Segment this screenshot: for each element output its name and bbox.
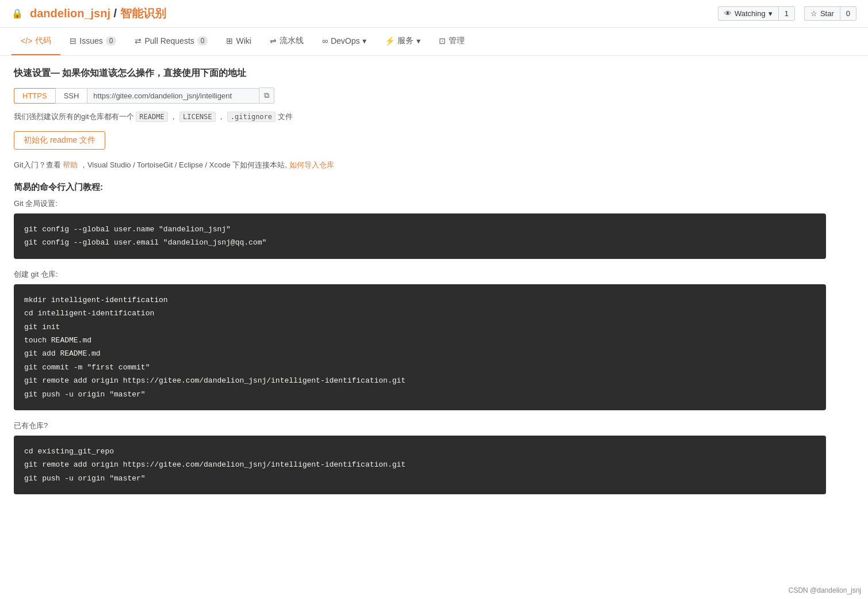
license-code: LICENSE [179,112,216,122]
tab-pipeline[interactable]: ⇌ 流水线 [261,28,313,55]
watch-count[interactable]: 1 [778,6,795,21]
quick-setup-title: 快速设置— 如果你知道该怎么操作，直接使用下面的地址 [14,67,826,79]
help-link[interactable]: 帮助 [63,161,78,169]
code-icon: </> [21,36,32,45]
watch-label: Watching [735,9,766,18]
tab-pr-label: Pull Requests [144,36,194,45]
git-help: Git入门？查看 帮助 ，Visual Studio / TortoiseGit… [14,160,826,170]
recommend-suffix: 文件 [278,112,293,121]
issues-badge: 0 [106,36,117,45]
repo-name-link[interactable]: 智能识别 [120,7,166,20]
comma2: ， [217,112,225,121]
main-content: 快速设置— 如果你知道该怎么操作，直接使用下面的地址 HTTPS SSH ⧉ 我… [0,56,840,516]
tab-services[interactable]: ⚡ 服务 ▾ [376,28,430,55]
tab-code-label: 代码 [35,36,51,46]
manage-icon: ⊡ [439,36,446,45]
git-help-prefix: Git入门？查看 [14,161,61,169]
star-group: ☆ Star 0 [800,6,856,21]
import-link[interactable]: 如何导入仓库 [289,161,334,169]
https-button[interactable]: HTTPS [14,88,55,104]
gitignore-code: .gitignore [227,112,276,122]
create-repo-code: mkdir intelligent-identification cd inte… [14,284,826,410]
existing-repo-title: 已有仓库? [14,421,826,431]
header: 🔒 dandelion_jsnj / 智能识别 👁 Watching ▾ 1 ☆… [0,0,868,28]
star-icon: ☆ [810,9,817,18]
tab-manage-label: 管理 [449,36,465,46]
separator: / [114,7,117,20]
tab-issues[interactable]: ⊟ Issues 0 [60,28,125,55]
copy-button[interactable]: ⧉ [259,87,274,104]
existing-repo-code: cd existing_git_repo git remote add orig… [14,436,826,494]
services-icon: ⚡ [385,36,395,45]
star-count[interactable]: 0 [840,6,856,21]
copy-icon: ⧉ [264,91,269,100]
star-label: Star [820,9,834,18]
tab-code[interactable]: </> 代码 [12,28,60,55]
create-repo-title: 创建 git 仓库: [14,269,826,280]
caret-icon: ▾ [768,9,773,18]
url-input[interactable] [87,88,259,104]
star-button[interactable]: ☆ Star [804,6,840,21]
init-readme-button[interactable]: 初始化 readme 文件 [14,131,105,150]
tab-devops[interactable]: ∞ DevOps ▾ [313,28,376,55]
owner-link[interactable]: dandelion_jsnj [30,7,110,20]
pr-icon: ⇄ [135,36,142,45]
watch-button[interactable]: 👁 Watching ▾ [718,6,778,21]
issues-icon: ⊟ [70,36,77,45]
devops-icon: ∞ [322,36,328,45]
git-help-links: ，Visual Studio / TortoiseGit / Eclipse /… [80,161,287,169]
tab-wiki[interactable]: ⊞ Wiki [217,28,260,55]
eye-icon: 👁 [724,9,732,18]
git-global-title: Git 全局设置: [14,199,826,209]
recommend-prefix: 我们强烈建议所有的git仓库都有一个 [14,112,134,121]
nav-tabs: </> 代码 ⊟ Issues 0 ⇄ Pull Requests 0 ⊞ Wi… [0,28,868,56]
tab-manage[interactable]: ⊡ 管理 [430,28,474,55]
tab-issues-label: Issues [79,36,102,45]
repo-title: dandelion_jsnj / 智能识别 [30,6,166,21]
services-caret: ▾ [416,36,420,45]
header-left: 🔒 dandelion_jsnj / 智能识别 [12,6,166,21]
pipeline-icon: ⇌ [270,36,277,45]
tab-pipeline-label: 流水线 [280,36,304,46]
tab-devops-label: DevOps [331,36,360,45]
tab-wiki-label: Wiki [236,36,251,45]
wiki-icon: ⊞ [226,36,233,45]
readme-code: README [136,112,167,122]
tab-pull-requests[interactable]: ⇄ Pull Requests 0 [125,28,217,55]
comma1: ， [170,112,177,121]
recommend-text: 我们强烈建议所有的git仓库都有一个 README ， LICENSE ， .g… [14,112,826,122]
pr-badge: 0 [197,36,208,45]
ssh-button[interactable]: SSH [55,88,87,104]
cmd-title: 简易的命令行入门教程: [14,182,826,193]
header-right: 👁 Watching ▾ 1 ☆ Star 0 [718,6,856,21]
url-row: HTTPS SSH ⧉ [14,87,826,104]
lock-icon: 🔒 [12,8,23,19]
tab-services-label: 服务 [397,36,414,46]
watch-group: 👁 Watching ▾ 1 [718,6,795,21]
git-global-code: git config --global user.name "dandelion… [14,213,826,259]
devops-caret: ▾ [362,36,366,45]
